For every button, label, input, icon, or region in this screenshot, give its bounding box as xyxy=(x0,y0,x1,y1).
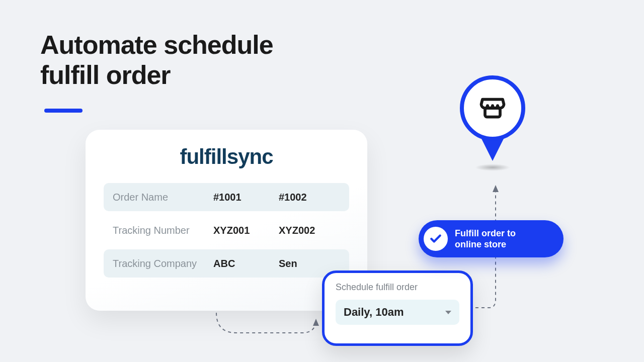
row-tracking-company: Tracking Company ABC Sen xyxy=(104,249,349,278)
value-company-1: ABC xyxy=(213,258,279,269)
pill-text: Fulfill order toonline store xyxy=(455,228,516,250)
value-order-1: #1001 xyxy=(213,192,279,203)
label-order-name: Order Name xyxy=(113,192,213,203)
check-circle-icon xyxy=(424,227,448,251)
schedule-label: Schedule fulfill order xyxy=(336,282,459,293)
store-pin xyxy=(460,75,525,176)
value-order-2: #1002 xyxy=(279,192,307,203)
brand-logo-text: fulfillsync xyxy=(104,145,349,169)
schedule-select[interactable]: Daily, 10am xyxy=(336,300,459,325)
schedule-card: Schedule fulfill order Daily, 10am xyxy=(322,270,473,346)
svg-rect-0 xyxy=(485,108,500,117)
value-company-2: Sen xyxy=(279,258,297,269)
schedule-value: Daily, 10am xyxy=(344,306,404,319)
page-title: Automate schedulefulfill order xyxy=(40,30,273,90)
store-icon xyxy=(477,93,508,123)
row-tracking-number: Tracking Number XYZ001 XYZ002 xyxy=(104,216,349,244)
value-tracking-2: XYZ002 xyxy=(279,225,315,236)
label-tracking-company: Tracking Company xyxy=(113,258,213,269)
row-order-name: Order Name #1001 #1002 xyxy=(104,183,349,211)
label-tracking-number: Tracking Number xyxy=(113,225,213,236)
title-underline xyxy=(44,109,83,113)
value-tracking-1: XYZ001 xyxy=(213,225,279,236)
fulfill-pill[interactable]: Fulfill order toonline store xyxy=(419,220,564,257)
chevron-down-icon xyxy=(445,311,451,314)
